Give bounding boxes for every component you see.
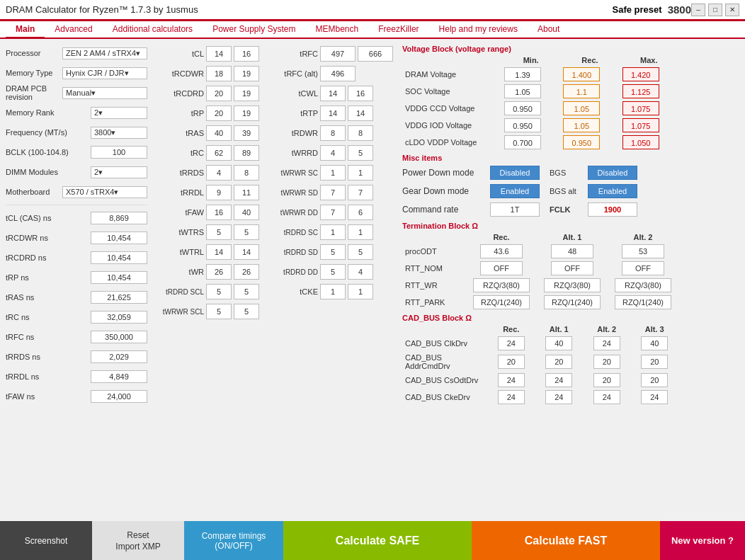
timing-trc-val2: 89 — [234, 145, 259, 161]
misc-label-fclk: FCLK — [550, 205, 585, 214]
tab-help[interactable]: Help and my reviews — [429, 21, 528, 39]
trc-ns-label: tRC ns — [6, 313, 30, 321]
reset-button[interactable]: Reset — [127, 530, 149, 540]
voltage-row-dram: DRAM Voltage 1.39 1.400 1.420 — [402, 66, 678, 83]
cad-col-alt3: Alt. 3 — [631, 324, 679, 335]
voltage-vddg-ccd-rec: 1.05 — [563, 101, 600, 115]
timing-row-tcl: tCL 14 16 — [153, 45, 263, 63]
timing-twrrd-val2: 5 — [348, 145, 373, 161]
timing-trcdrd-val1: 20 — [206, 86, 232, 101]
trcdrd-ns-value: 10,454 — [91, 251, 147, 264]
trp-ns-label: tRP ns — [6, 273, 29, 282]
timing-label-trtp: tRTP — [267, 109, 318, 118]
tab-additional[interactable]: Additional calculators — [103, 21, 203, 39]
tab-about[interactable]: About — [528, 21, 569, 39]
tab-power-supply[interactable]: Power Supply System — [203, 21, 305, 39]
nav-tabs: Main Advanced Additional calculators Pow… — [0, 21, 745, 39]
timing-label-tcl: tCL — [153, 50, 204, 58]
timing-row-trdwr: tRDWR 8 8 — [267, 124, 398, 142]
timing-trdrd-scl-val1: 5 — [206, 284, 232, 299]
voltage-block: Voltage Block (voltage range) Min. Rec. … — [402, 45, 678, 151]
rank-label: Memory Rank — [6, 108, 54, 117]
timing-trp-val2: 19 — [234, 105, 259, 121]
close-button[interactable]: ✕ — [725, 4, 739, 16]
term-row-procodt: procODT 43.6 48 53 — [402, 243, 678, 260]
timing-row-trrds: tRRDS 4 8 — [153, 164, 263, 182]
freq-value: 3800▾ — [94, 128, 115, 137]
tab-advanced[interactable]: Advanced — [45, 21, 102, 39]
tab-membench[interactable]: MEMbench — [306, 21, 369, 39]
cad-row-clkdrv: CAD_BUS ClkDrv 24 40 24 40 — [402, 335, 678, 352]
cad-label-clkdrv: CAD_BUS ClkDrv — [402, 335, 487, 352]
processor-row: Processor ZEN 2 AM4 / sTRX4▾ — [6, 45, 147, 62]
timing-tcke-val1: 1 — [320, 284, 346, 299]
voltage-block-header: Voltage Block (voltage range) — [402, 45, 678, 53]
memory-type-label: Memory Type — [6, 69, 52, 77]
import-xmp-button[interactable]: Import XMP — [115, 542, 160, 552]
timing-label-twrwr-sc: tWRWR SC — [267, 169, 318, 177]
processor-select[interactable]: ZEN 2 AM4 / sTRX4▾ — [62, 47, 147, 59]
dimm-select[interactable]: 2▾ — [91, 166, 147, 178]
rank-select[interactable]: 2▾ — [91, 107, 147, 119]
timing-label-tras: tRAS — [153, 129, 204, 137]
timing-twrwr-dd-val2: 6 — [348, 205, 373, 220]
voltage-row-soc: SOC Voltage 1.05 1.1 1.125 — [402, 83, 678, 100]
term-rtt-park-alt2: RZQ/1(240) — [615, 295, 671, 309]
compare-button[interactable]: Compare timings (ON/OFF) — [184, 521, 283, 560]
voltage-vddg-iod-min: 0.950 — [504, 118, 541, 132]
timing-twrwr-sd-val2: 7 — [348, 185, 373, 200]
cad-label-ckedrv: CAD_BUS CkeDrv — [402, 389, 487, 406]
misc-label-cmd-rate: Command rate — [402, 205, 487, 215]
motherboard-select[interactable]: X570 / sTRX4▾ — [62, 186, 147, 198]
pcb-select[interactable]: Manual▾ — [62, 87, 147, 99]
preset-freq: 3800 — [668, 4, 691, 16]
cad-row-csodtdrv: CAD_BUS CsOdtDrv 24 24 20 20 — [402, 372, 678, 389]
cad-ckedrv-alt3: 24 — [641, 390, 668, 404]
tras-ns-label: tRAS ns — [6, 293, 34, 302]
timing-trfc-val1: 497 — [320, 46, 356, 62]
timing-twtrl-val2: 14 — [234, 244, 259, 260]
calculate-fast-button[interactable]: Calculate FAST — [472, 521, 660, 560]
timing-label-trcdwr: tRCDWR — [153, 69, 204, 78]
timing-row-trc: tRC 62 89 — [153, 144, 263, 162]
term-col-alt1: Alt. 1 — [537, 232, 608, 243]
misc-block-header: Misc items — [402, 154, 678, 162]
misc-val-fclk: 1900 — [588, 202, 637, 217]
cad-ckedrv-alt1: 24 — [545, 390, 572, 404]
misc-label-power-down: Power Down mode — [402, 168, 487, 178]
freq-select[interactable]: 3800▾ — [91, 127, 147, 139]
trfc-ns-value: 350,000 — [91, 331, 147, 343]
timing-label-trdrd-scl: tRDRD SCL — [153, 288, 204, 296]
cad-label-csodtdrv: CAD_BUS CsOdtDrv — [402, 372, 487, 389]
motherboard-row: Motherboard X570 / sTRX4▾ — [6, 183, 147, 200]
misc-row-cmd-rate: Command rate 1T FCLK 1900 — [402, 200, 678, 219]
timing-label-twr: tWR — [153, 268, 204, 276]
tab-freezkiller[interactable]: FreezKiller — [368, 21, 428, 39]
screenshot-label: Screenshot — [25, 536, 68, 546]
voltage-vddg-ccd-min: 0.950 — [504, 101, 541, 115]
calculate-safe-button[interactable]: Calculate SAFE — [283, 521, 472, 560]
maximize-button[interactable]: □ — [708, 4, 722, 16]
memory-type-row: Memory Type Hynix CJR / DJR▾ — [6, 64, 147, 81]
new-version-button[interactable]: New version ? — [660, 521, 745, 560]
misc-val-gear-down: Enabled — [490, 184, 540, 198]
term-procodt-alt2: 53 — [622, 244, 664, 258]
misc-block: Misc items Power Down mode Disabled BGS … — [402, 154, 678, 219]
bottom-bar: Screenshot Reset Import XMP Compare timi… — [0, 521, 745, 560]
minimize-button[interactable]: – — [691, 4, 705, 16]
timing-row-twrwr-sc: tWRWR SC 1 1 — [267, 164, 398, 182]
timing-trcdrd-val2: 19 — [234, 86, 259, 101]
tfaw-ns-value: 24,000 — [91, 390, 147, 403]
tras-ns-value: 21,625 — [91, 291, 147, 304]
screenshot-button[interactable]: Screenshot — [0, 521, 92, 560]
timing-trcdwr-val1: 18 — [206, 66, 232, 81]
reset-import-area: Reset Import XMP — [92, 521, 184, 560]
cad-ckedrv-alt2: 24 — [593, 390, 620, 404]
memory-type-select[interactable]: Hynix CJR / DJR▾ — [62, 67, 147, 79]
timing-row-twrwr-dd: tWRWR DD 7 6 — [267, 203, 398, 222]
tcl-ns-value: 8,869 — [91, 212, 147, 224]
tab-main[interactable]: Main — [6, 21, 45, 39]
voltage-row-cldo: cLDO VDDP Voltage 0.700 0.950 1.050 — [402, 134, 678, 151]
timing-tcwl-val1: 14 — [320, 86, 346, 101]
voltage-label-vddg-ccd: VDDG CCD Voltage — [402, 100, 501, 117]
